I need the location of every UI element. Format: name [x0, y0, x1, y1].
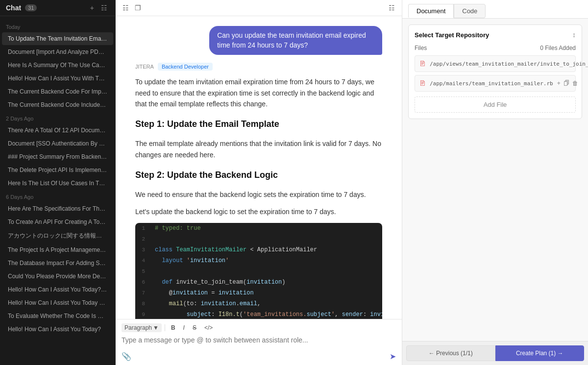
sidebar: Chat 31 + ☷ TodayTo Update The Team Invi…	[0, 0, 116, 365]
chat-list-item[interactable]: The Current Backend Code Includes A...	[2, 98, 113, 111]
intro-text: To update the team invitation email expi…	[135, 76, 382, 109]
jitera-label: JITERA	[135, 64, 154, 70]
chat-list-item[interactable]: Here Are The Specifications For The SSO …	[2, 202, 113, 215]
code-line: 7 @invitation = invitation	[135, 288, 382, 298]
section-label: 6 Days Ago	[0, 190, 115, 202]
chat-list-item[interactable]: To Create An API For Creating A Todo, We…	[2, 216, 113, 228]
code-line: 3class TeamInvitationMailer < Applicatio…	[135, 244, 382, 255]
sidebar-header: Chat 31 + ☷	[0, 0, 115, 16]
role-badge: Backend Developer	[158, 63, 213, 71]
file-icon: 🖹	[419, 60, 426, 68]
attach-button[interactable]: 📎	[122, 352, 131, 361]
main-chat-area: ☷ ❐ ☷ Can you update the team invitation…	[116, 0, 402, 365]
step1-heading: Step 1: Update the Email Template	[135, 119, 382, 129]
chat-list-item[interactable]: Here Is The List Of Use Cases In The Cur…	[2, 177, 113, 190]
step1-text: The email template already mentions that…	[135, 138, 382, 160]
file-item: 🖹 /app/views/team_invitation_mailer/invi…	[415, 55, 576, 72]
repo-section-header: Select Target Repository ↕	[415, 31, 576, 39]
new-chat-button[interactable]: +	[88, 3, 96, 13]
chat-list-item[interactable]: ### Project Summary From Backend Perspec…	[2, 150, 113, 163]
paragraph-button[interactable]: Paragraph ▼	[122, 323, 162, 332]
chat-list-item[interactable]: The Current Backend Code For Importing A…	[2, 85, 113, 98]
chat-list-item[interactable]: Hello! How Can I Assist You With The Pro…	[2, 72, 113, 85]
repo-section: Select Target Repository ↕ Files 0 Files…	[408, 24, 582, 119]
italic-button[interactable]: I	[180, 323, 188, 332]
chat-list-item[interactable]: The Project Is A Project Management Plat…	[2, 243, 113, 256]
tab-code[interactable]: Code	[454, 4, 486, 18]
files-label: Files	[415, 45, 427, 51]
chat-list-item[interactable]: Hello! How Can I Assist You Today With Y…	[2, 296, 113, 309]
chat-input-area: Paragraph ▼ B I S </> 📎 ➤	[116, 319, 402, 365]
assistant-label-row: JITERA Backend Developer	[135, 63, 382, 71]
message-input[interactable]	[122, 334, 396, 348]
chat-messages: Can you update the team invitation email…	[116, 16, 402, 319]
user-message-container: Can you update the team invitation email…	[135, 26, 382, 55]
create-plan-button[interactable]: Create Plan (1) →	[495, 345, 585, 361]
chat-list-item[interactable]: To Evaluate Whether The Code Is Good, We…	[2, 310, 113, 322]
previous-button[interactable]: ← Previous (1/1)	[406, 345, 495, 361]
strikethrough-button[interactable]: S	[190, 323, 199, 332]
panel-tabs: Document Code	[402, 0, 588, 19]
chat-list-item[interactable]: Hello! How Can I Assist You Today? Are Y…	[2, 283, 113, 296]
chat-toolbar: ☷ ❐ ☷	[116, 0, 402, 16]
user-message: Can you update the team invitation email…	[209, 26, 382, 55]
code-line: 2	[135, 234, 382, 244]
files-header: Files 0 Files Added	[415, 45, 576, 51]
file-add-button[interactable]: +	[557, 80, 561, 87]
chat-list-item[interactable]: There Are A Total Of 12 API Documents In…	[2, 124, 113, 137]
assistant-message: JITERA Backend Developer To update the t…	[135, 63, 382, 319]
code-line: 9 subject: I18n.t('team_invitations.subj…	[135, 309, 382, 319]
chat-list-item[interactable]: The Database Impact For Adding Support F…	[2, 257, 113, 269]
repo-expand-icon[interactable]: ↕	[572, 31, 576, 39]
file-path: /app/views/team_invitation_mailer/invite…	[430, 61, 588, 67]
file-copy-button[interactable]: 🗍	[564, 80, 569, 87]
chat-list-item[interactable]: Here Is A Summary Of The Use Case Relate…	[2, 59, 113, 72]
sidebar-actions: + ☷	[88, 3, 109, 13]
section-label: Today	[0, 20, 115, 32]
file-item: 🖹 /app/mailers/team_invitation_mailer.rb…	[415, 75, 576, 92]
expand-button[interactable]: ❐	[134, 3, 142, 13]
file-list: 🖹 /app/views/team_invitation_mailer/invi…	[415, 55, 576, 92]
files-count: 0 Files Added	[540, 45, 576, 51]
code-line: 8 mail(to: invitation.email,	[135, 298, 382, 309]
add-file-button[interactable]: Add File	[415, 97, 576, 113]
right-panel: Document Code Select Target Repository ↕…	[402, 0, 588, 365]
input-footer: 📎 ➤	[122, 352, 396, 361]
code-line: 4 layout 'invitation'	[135, 255, 382, 266]
bold-button[interactable]: B	[168, 323, 178, 332]
code-line: 1# typed: true	[135, 223, 382, 234]
bottom-buttons: ← Previous (1/1) Create Plan (1) →	[402, 341, 588, 365]
file-actions: + 🗍 🗑	[557, 80, 578, 87]
code-button[interactable]: </>	[201, 323, 216, 332]
step2-text1: We need to ensure that the backend logic…	[135, 189, 382, 200]
tab-document[interactable]: Document	[408, 4, 454, 18]
file-path: /app/mailers/team_invitation_mailer.rb	[430, 80, 553, 87]
file-icon: 🖹	[419, 79, 426, 87]
input-toolbar: Paragraph ▼ B I S </>	[122, 323, 396, 332]
sidebar-layout-button[interactable]: ☷	[99, 3, 109, 13]
code-line: 5	[135, 266, 382, 277]
chat-list-item[interactable]: アカウントのロックに関する情報は・...	[2, 229, 113, 243]
sidebar-title: Chat	[6, 4, 21, 12]
repo-section-title: Select Target Repository	[415, 31, 489, 39]
chat-list-item[interactable]: Hello! How Can I Assist You Today?	[2, 323, 113, 336]
settings-button[interactable]: ☷	[388, 3, 396, 13]
step2-heading: Step 2: Update the Backend Logic	[135, 170, 382, 180]
chat-count-badge: 31	[25, 4, 37, 11]
chat-list-item[interactable]: Document [SSO Authentication By Google A…	[2, 137, 113, 150]
code-line: 6 def invite_to_join_team(invitation)	[135, 277, 382, 288]
toolbar-divider	[165, 324, 165, 331]
chat-list-item[interactable]: To Update The Team Invitation Email Expi…	[2, 32, 113, 45]
sidebar-toggle-button[interactable]: ☷	[122, 3, 130, 13]
file-delete-button[interactable]: 🗑	[572, 80, 578, 87]
chat-list-item[interactable]: The Delete Project API Is Implemented Us…	[2, 164, 113, 176]
code-block-1: 1# typed: true23class TeamInvitationMail…	[135, 223, 382, 319]
chat-list-item[interactable]: Document [Import And Analyze PDF]...	[2, 46, 113, 58]
send-button[interactable]: ➤	[390, 352, 396, 361]
chat-list-item[interactable]: Could You Please Provide More Details Ab…	[2, 270, 113, 283]
step2-text2: Let's update the backend logic to set th…	[135, 206, 382, 217]
section-label: 2 Days Ago	[0, 112, 115, 123]
sidebar-content: TodayTo Update The Team Invitation Email…	[0, 16, 115, 365]
panel-content: Select Target Repository ↕ Files 0 Files…	[402, 19, 588, 341]
